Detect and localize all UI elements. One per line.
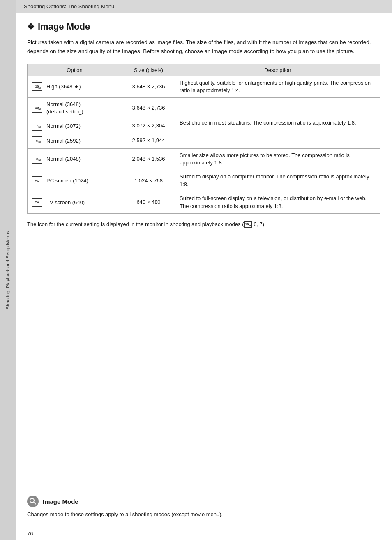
sidebar: Shooting, Playback and Setup Menus <box>0 0 16 540</box>
table-row: 3M Normal (2048) 2,048 × 1,536 Smaller s… <box>28 148 380 170</box>
bottom-section: Image Mode Changes made to these setting… <box>16 489 392 527</box>
table-row: TV TV screen (640) 640 × 480 Suited to f… <box>28 192 380 213</box>
desc-cell-1: Highest quality, suitable for enlargemen… <box>175 76 380 98</box>
sidebar-label: Shooting, Playback and Setup Menus <box>5 231 10 309</box>
option-cell-7: TV TV screen (640) <box>28 192 122 213</box>
desc-cell-5: Smaller size allows more pictures to be … <box>175 148 380 170</box>
option-cell-6: PC PC screen (1024) <box>28 170 122 192</box>
icon-5m: 5M <box>32 136 42 145</box>
page-footer: 76 <box>16 527 392 540</box>
desc-cell-6: Suited to display on a computer monitor.… <box>175 170 380 192</box>
svg-point-0 <box>30 498 34 503</box>
icon-nm: 10M <box>32 104 42 113</box>
image-mode-table: Option Size (pixels) Description 10M <box>27 64 380 214</box>
icon-7m: 7M <box>32 122 42 131</box>
header-title: Shooting Options: The Shooting Menu <box>24 3 114 9</box>
icon-tv: TV <box>32 198 42 207</box>
bottom-note-title-text: Image Mode <box>43 498 78 505</box>
option-cell-3: 7M Normal (3072) <box>28 119 122 134</box>
size-cell-2: 3,648 × 2,736 <box>122 98 175 119</box>
section-title: ❖ Image Mode <box>27 21 380 32</box>
page-number: 76 <box>27 531 33 537</box>
desc-cell-7: Suited to full-screen display on a telev… <box>175 192 380 213</box>
option-label-5: Normal (2048) <box>46 155 81 163</box>
option-label-1: High (3648 ★) <box>46 83 81 90</box>
section-icon: ❖ <box>27 22 35 32</box>
option-label-3: Normal (3072) <box>46 122 81 130</box>
col-header-option: Option <box>28 64 122 76</box>
option-label-6: PC screen (1024) <box>46 177 88 185</box>
main-content: Shooting Options: The Shooting Menu ❖ Im… <box>16 0 392 540</box>
col-header-size: Size (pixels) <box>122 64 175 76</box>
size-cell-5: 2,048 × 1,536 <box>122 148 175 170</box>
svg-line-1 <box>34 502 36 504</box>
bottom-note-icon <box>27 496 39 507</box>
section-title-text: Image Mode <box>38 21 90 32</box>
desc-cell-2-4: Best choice in most situations. The comp… <box>175 98 380 148</box>
footer-note-text1: The icon for the current setting is disp… <box>27 221 244 227</box>
content-area: ❖ Image Mode Pictures taken with a digit… <box>16 13 392 257</box>
option-cell-5: 3M Normal (2048) <box>28 148 122 170</box>
inline-icon-ref: 10M <box>244 221 252 228</box>
spacer <box>16 257 392 481</box>
col-header-desc: Description <box>175 64 380 76</box>
option-label-4: Normal (2592) <box>46 137 81 145</box>
size-cell-3: 3,072 × 2,304 <box>122 119 175 134</box>
size-cell-4: 2,592 × 1,944 <box>122 134 175 149</box>
bottom-note-title: Image Mode <box>27 489 380 507</box>
icon-hm-star: 10M <box>32 82 42 91</box>
bottom-note-text: Changes made to these settings apply to … <box>27 510 380 519</box>
footer-note: The icon for the current setting is disp… <box>27 220 380 229</box>
size-cell-6: 1,024 × 768 <box>122 170 175 192</box>
table-row: 10M High (3648 ★) 3,648 × 2,736 Highest … <box>28 76 380 98</box>
top-header: Shooting Options: The Shooting Menu <box>16 0 392 13</box>
option-cell-2: 10M Normal (3648)(default setting) <box>28 98 122 119</box>
footer-note-text2: 6, 7). <box>252 221 266 227</box>
icon-3m: 3M <box>32 155 42 164</box>
table-row: PC PC screen (1024) 1,024 × 768 Suited t… <box>28 170 380 192</box>
option-cell-1: 10M High (3648 ★) <box>28 76 122 98</box>
option-label-7: TV screen (640) <box>46 199 85 206</box>
option-cell-4: 5M Normal (2592) <box>28 134 122 149</box>
icon-pc: PC <box>32 176 42 185</box>
option-label-2: Normal (3648)(default setting) <box>46 101 83 115</box>
search-icon <box>29 498 37 505</box>
size-cell-1: 3,648 × 2,736 <box>122 76 175 98</box>
table-row: 10M Normal (3648)(default setting) 3,648… <box>28 98 380 119</box>
size-cell-7: 640 × 480 <box>122 192 175 213</box>
intro-paragraph: Pictures taken with a digital camera are… <box>27 38 380 56</box>
table-header-row: Option Size (pixels) Description <box>28 64 380 76</box>
